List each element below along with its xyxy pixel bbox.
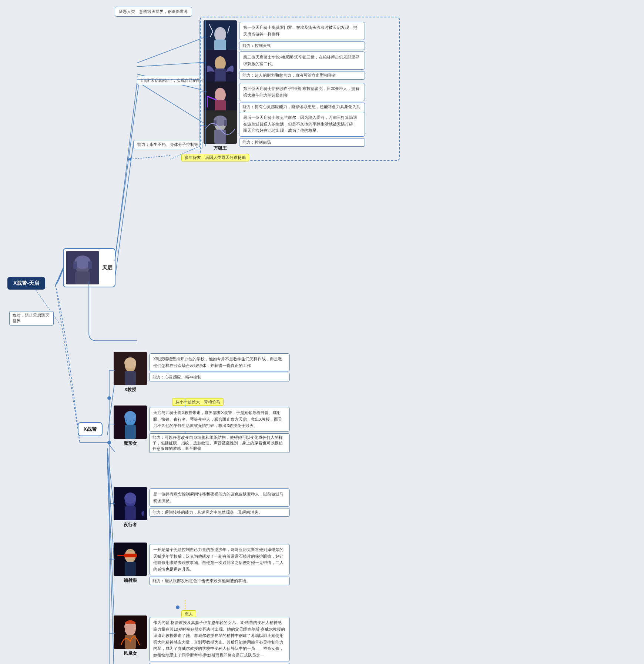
svg-rect-19 — [75, 271, 90, 284]
xingnv-section: 魔形女 天启与四骑士将X教授带走，世界需要X战警，于是她领导着野兽、镭射眼、快银… — [114, 406, 290, 453]
wanci-image — [204, 110, 237, 144]
svg-point-57 — [124, 493, 136, 504]
tianshu-image — [204, 50, 237, 83]
svg-rect-22 — [88, 261, 92, 269]
svg-line-4 — [137, 62, 205, 67]
bamboo-horse-label: 从小一起长大，青梅竹马 — [172, 398, 224, 406]
xingnv-ability: 能力：可以任意改变自身细胞和组织结构，使得她可以变化成任何人的样子，包括虹膜、指… — [149, 433, 290, 453]
svg-point-53 — [133, 420, 135, 421]
svg-line-6 — [137, 81, 205, 124]
svg-point-52 — [130, 420, 131, 422]
jingshejing-name: 镭射眼 — [124, 577, 137, 584]
svg-rect-45 — [125, 371, 136, 385]
xingnv-name: 魔形女 — [124, 440, 137, 447]
xingnv-image — [114, 406, 147, 439]
tianqi-label-text: 天启 — [102, 264, 113, 271]
jingshejing-image — [114, 543, 147, 576]
svg-rect-21 — [73, 261, 77, 269]
tianshu-desc: 第二位天启骑士华伦·梅尼斯·沃辛顿三世，在柏林搏击俱乐部里寻求刺激的富二代。 — [239, 51, 365, 70]
yexing-name: 夜行者 — [124, 522, 137, 528]
jingshejing-desc: 一开始是个无法控制自己力量的叛逆少年，哥哥亚历克斯将他到泽维尔的天赋少年学校后，… — [149, 544, 290, 575]
svg-line-1 — [56, 285, 80, 441]
baofeng-image — [204, 20, 237, 54]
yexing-image — [114, 487, 147, 520]
tianqi-node: 天启 — [63, 248, 115, 287]
svg-line-2 — [115, 83, 139, 261]
svg-rect-56 — [125, 506, 136, 520]
svg-point-30 — [215, 56, 226, 70]
tianqi-image — [66, 251, 99, 284]
lingdie-image — [204, 81, 237, 115]
svg-rect-39 — [214, 130, 226, 144]
yexing-section: 夜行者 是一位拥有意念控制瞬间转移和夜视能力的蓝色皮肤变种人，以前做过马戏团演员… — [114, 487, 290, 528]
fenghuang-name: 凤凰女 — [124, 650, 137, 657]
root-node: X战警-天启 — [7, 277, 45, 290]
svg-line-3 — [137, 37, 205, 63]
root-label: X战警-天启 — [13, 280, 39, 286]
xjiaoshou-section: X教授 X教授继续坚持开办他的学校，他如今并不是教学生们怎样作战，而是教他们怎样… — [114, 352, 290, 393]
fenghuang-image — [114, 615, 147, 649]
mind-map: X战警-天启 敌对，阻止天启毁灭世界 天启 厌恶人类，意图毁 — [0, 0, 644, 664]
lingdie-desc: 第三位天启骑士伊丽莎白·拜特善·布拉德多克，日本变种人，拥有强大格斗能力的超级刺… — [239, 83, 365, 101]
fenghuang-section: 凤凰女 作为约翰·格蕾教授及其妻子伊莱恩年轻的女儿，琴·格蕾的变种人精神感应力量… — [114, 615, 290, 664]
tianshu-ability: 能力：超人的耐力和愈合力，血液可治疗血型相容者 — [239, 71, 365, 80]
xjiaoshou-name: X教授 — [124, 387, 136, 393]
xjiaoshou-image — [114, 352, 147, 385]
tianqi-desc-box: 厌恶人类，意图毁灭世界，创造新世界 — [115, 7, 192, 17]
jingshejing-section: 镭射眼 一开始是个无法控制自己力量的叛逆少年，哥哥亚历克斯将他到泽维尔的天赋少年… — [114, 543, 290, 585]
fenghuang-desc: 作为约翰·格蕾教授及其妻子伊莱恩年轻的女儿，琴·格蕾的变种人精神感应力量在其10… — [149, 617, 290, 661]
fenghuang-ability: 能力：意念移物，心灵感应与凤凰之力融合，可提供巨大的能量，在亚原子层面控制物质 — [149, 663, 290, 664]
jingshejing-ability: 能力：能从眼部发出红色冲击光束毁灭他周遭的事物。 — [149, 577, 290, 585]
xjiaoshou-ability: 能力：心灵感应、精神控制 — [149, 373, 290, 381]
wanci-name: 万磁王 — [214, 145, 227, 151]
wanci-desc: 最后一位天启骑士埃克兰谢尔，因为陷入爱河，万磁王打算隐退在波兰过普通人的生活，但… — [239, 112, 365, 137]
svg-rect-42 — [224, 120, 227, 126]
enemy-relation-label: 敌对，阻止天启毁灭世界 — [9, 311, 54, 326]
yexing-ability: 能力：瞬间转移的能力，从迷雾之中忽然现身，又瞬间消失。 — [149, 508, 290, 517]
tianqi-org-label: 组织"天启四骑士"，实现自己的野心 — [137, 76, 209, 85]
svg-rect-31 — [215, 69, 226, 83]
baofeng-ability: 能力：控制天气 — [239, 41, 365, 50]
tianqi-ability-box: 能力：永生不朽、身体分子控制等 — [133, 140, 202, 149]
yexing-desc: 是一位拥有意念控制瞬间转移和夜视能力的蓝色皮肤变种人，以前做过马戏团演员。 — [149, 488, 290, 507]
xingnv-desc: 天启与四骑士将X教授带走，世界需要X战警，于是她领导着野兽、镭射眼、快银、夜行者… — [149, 407, 290, 432]
xpolice-node: X战警 — [78, 422, 103, 436]
wanci-section: 万磁王 最后一位天启骑士埃克兰谢尔，因为陷入爱河，万磁王打算隐退在波兰过普通人的… — [204, 110, 365, 151]
svg-point-46 — [124, 357, 136, 368]
svg-rect-49 — [125, 425, 136, 439]
baofeng-desc: 第一位天启骑士奥莫罗门罗，在埃及街头流浪时被天启发现，把天启当做神一样崇拜 — [239, 22, 365, 40]
svg-rect-61 — [124, 554, 137, 557]
xjiaoshou-desc: X教授继续坚持开办他的学校，他如今并不是教学生们怎样作战，而是教他们怎样在公众场… — [149, 353, 290, 371]
good-friends-label: 多年好友，后因人类原因分道扬镳 — [181, 154, 249, 161]
svg-rect-60 — [125, 562, 136, 576]
svg-point-51 — [126, 420, 127, 421]
xpolice-label: X战警 — [84, 426, 97, 432]
wanci-ability: 能力：控制磁场 — [239, 138, 365, 147]
svg-rect-41 — [214, 120, 217, 126]
svg-line-7 — [115, 144, 133, 280]
